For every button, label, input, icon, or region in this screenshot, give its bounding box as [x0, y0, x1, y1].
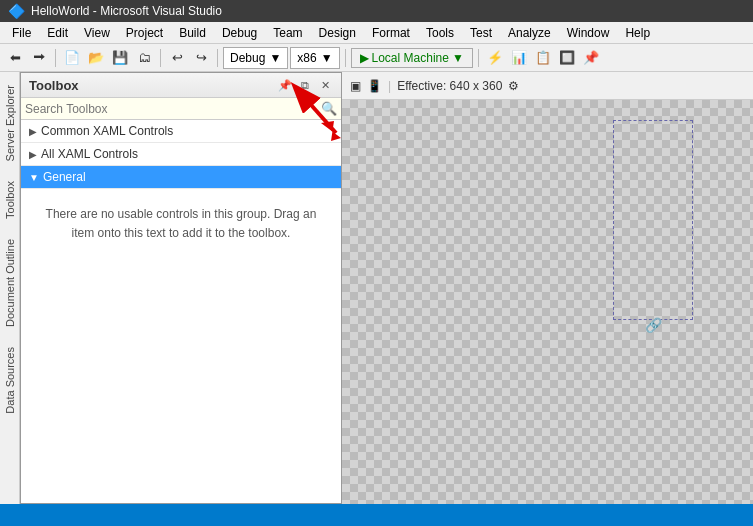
toolbox-search[interactable]: 🔍 [21, 98, 341, 120]
sep5 [478, 49, 479, 67]
menu-design[interactable]: Design [311, 24, 364, 42]
side-tabs: Server Explorer Toolbox Document Outline… [0, 72, 20, 504]
menu-format[interactable]: Format [364, 24, 418, 42]
menu-test[interactable]: Test [462, 24, 500, 42]
layout-icon: ▣ [350, 79, 361, 93]
menu-file[interactable]: File [4, 24, 39, 42]
search-input[interactable] [25, 102, 321, 116]
group-arrow-general: ▼ [29, 172, 39, 183]
window-title: HelloWorld - Microsoft Visual Studio [31, 4, 222, 18]
link-icon: 🔗 [645, 317, 662, 333]
menu-window[interactable]: Window [559, 24, 618, 42]
config-label: Debug [230, 51, 265, 65]
canvas-frame: 🔗 [613, 120, 693, 320]
menu-team[interactable]: Team [265, 24, 310, 42]
device-icon: 📱 [367, 79, 382, 93]
open-btn[interactable]: 📂 [85, 47, 107, 69]
menu-project[interactable]: Project [118, 24, 171, 42]
save-btn[interactable]: 💾 [109, 47, 131, 69]
extra-btn1[interactable]: ⚡ [484, 47, 506, 69]
gear-icon[interactable]: ⚙ [508, 79, 519, 93]
main-area: Server Explorer Toolbox Document Outline… [0, 72, 753, 504]
sep1 [55, 49, 56, 67]
menu-debug[interactable]: Debug [214, 24, 265, 42]
toolbox-panel: Toolbox 📌 ⧉ ✕ 🔍 ▶ Common XAML Controls ▶… [20, 72, 342, 504]
sep3 [217, 49, 218, 67]
toolbox-header: Toolbox 📌 ⧉ ✕ [21, 73, 341, 98]
menu-tools[interactable]: Tools [418, 24, 462, 42]
toolbox-items: ▶ Common XAML Controls ▶ All XAML Contro… [21, 120, 341, 503]
toolbox-group-common-xaml[interactable]: ▶ Common XAML Controls [21, 120, 341, 143]
platform-label: x86 [297, 51, 316, 65]
side-tab-server-explorer[interactable]: Server Explorer [1, 76, 19, 170]
back-btn[interactable]: ⬅ [4, 47, 26, 69]
side-tab-data-sources[interactable]: Data Sources [1, 338, 19, 423]
redo-btn[interactable]: ↪ [190, 47, 212, 69]
design-canvas[interactable]: 🔗 [342, 100, 753, 504]
side-tab-toolbox[interactable]: Toolbox [1, 172, 19, 228]
menu-analyze[interactable]: Analyze [500, 24, 559, 42]
forward-btn[interactable]: ⮕ [28, 47, 50, 69]
design-toolbar: ▣ 📱 | Effective: 640 x 360 ⚙ [342, 72, 753, 100]
extra-btn2[interactable]: 📊 [508, 47, 530, 69]
extra-btn3[interactable]: 📋 [532, 47, 554, 69]
status-bar [0, 504, 753, 526]
group-arrow-common: ▶ [29, 126, 37, 137]
config-dropdown[interactable]: Debug ▼ [223, 47, 288, 69]
undo-btn[interactable]: ↩ [166, 47, 188, 69]
group-label-general: General [43, 170, 86, 184]
vs-icon: 🔷 [8, 3, 25, 19]
toolbox-empty-message: There are no usable controls in this gro… [21, 189, 341, 259]
search-icon: 🔍 [321, 101, 337, 116]
main-toolbar: ⬅ ⮕ 📄 📂 💾 🗂 ↩ ↪ Debug ▼ x86 ▼ ▶ Local Ma… [0, 44, 753, 72]
menu-bar: File Edit View Project Build Debug Team … [0, 22, 753, 44]
new-btn[interactable]: 📄 [61, 47, 83, 69]
sep4 [345, 49, 346, 67]
toolbox-group-all-xaml[interactable]: ▶ All XAML Controls [21, 143, 341, 166]
menu-help[interactable]: Help [617, 24, 658, 42]
group-arrow-all: ▶ [29, 149, 37, 160]
platform-dropdown[interactable]: x86 ▼ [290, 47, 339, 69]
run-label: Local Machine [372, 51, 449, 65]
group-label-all: All XAML Controls [41, 147, 138, 161]
toolbox-float-btn[interactable]: ⧉ [297, 77, 313, 93]
save-all-btn[interactable]: 🗂 [133, 47, 155, 69]
effective-size-label: Effective: 640 x 360 [397, 79, 502, 93]
menu-build[interactable]: Build [171, 24, 214, 42]
sep2 [160, 49, 161, 67]
toolbox-pin-btn[interactable]: 📌 [277, 77, 293, 93]
play-icon: ▶ [360, 51, 369, 65]
toolbox-controls: 📌 ⧉ ✕ [277, 77, 333, 93]
title-bar: 🔷 HelloWorld - Microsoft Visual Studio [0, 0, 753, 22]
side-tab-document-outline[interactable]: Document Outline [1, 230, 19, 336]
menu-edit[interactable]: Edit [39, 24, 76, 42]
design-area: ▣ 📱 | Effective: 640 x 360 ⚙ 🔗 [342, 72, 753, 504]
menu-view[interactable]: View [76, 24, 118, 42]
separator: | [388, 79, 391, 93]
toolbox-close-btn[interactable]: ✕ [317, 77, 333, 93]
extra-btn5[interactable]: 📌 [580, 47, 602, 69]
run-dropdown-arrow: ▼ [452, 51, 464, 65]
platform-arrow: ▼ [321, 51, 333, 65]
group-label-common: Common XAML Controls [41, 124, 173, 138]
extra-btn4[interactable]: 🔲 [556, 47, 578, 69]
toolbox-group-general[interactable]: ▼ General [21, 166, 341, 189]
toolbox-title: Toolbox [29, 78, 79, 93]
run-button[interactable]: ▶ Local Machine ▼ [351, 48, 473, 68]
config-arrow: ▼ [269, 51, 281, 65]
